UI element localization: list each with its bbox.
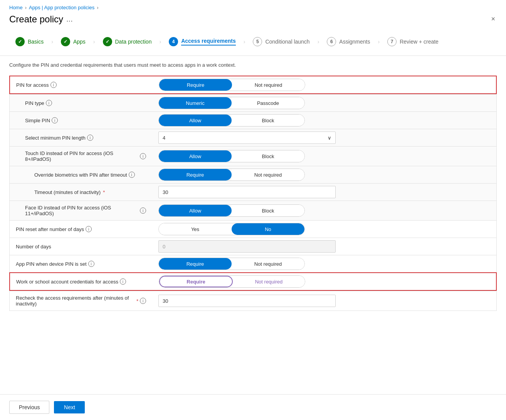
step-data-protection[interactable]: ✓ Data protection	[97, 34, 158, 49]
step-apps-circle: ✓	[61, 37, 70, 46]
step-access-label: Access requirements	[181, 38, 236, 46]
pin-reset-no-btn[interactable]: No	[232, 223, 304, 235]
pin-type-label-cell: PIN type i	[10, 96, 152, 110]
setting-pin-for-access: PIN for access i Require Not required	[9, 76, 497, 94]
breadcrumb-sep1: ›	[25, 5, 27, 10]
min-pin-length-label-cell: Select minimum PIN length i	[10, 131, 152, 145]
pin-for-access-info-icon[interactable]: i	[50, 82, 57, 88]
pin-type-control: Numeric Passcode	[152, 94, 496, 111]
timeout-control	[152, 184, 496, 201]
touch-id-control: Allow Block	[152, 148, 496, 165]
description-text: Configure the PIN and credential require…	[9, 62, 497, 68]
override-biometrics-info-icon[interactable]: i	[129, 172, 135, 178]
work-school-require-btn[interactable]: Require	[159, 276, 233, 287]
breadcrumb-apps[interactable]: Apps | App protection policies	[29, 5, 94, 10]
touch-id-allow-btn[interactable]: Allow	[159, 150, 232, 162]
touch-id-info-icon[interactable]: i	[140, 153, 146, 159]
app-pin-device-not-required-btn[interactable]: Not required	[232, 258, 304, 270]
app-pin-device-control: Require Not required	[152, 255, 496, 272]
step-sep-6: ›	[376, 39, 381, 45]
recheck-access-label: Recheck the access requirements after (m…	[16, 295, 134, 307]
app-pin-device-require-btn[interactable]: Require	[159, 258, 232, 270]
step-assignments[interactable]: 6 Assignments	[321, 34, 376, 49]
touch-id-label-cell: Touch ID instead of PIN for access (iOS …	[10, 147, 152, 166]
face-id-toggle: Allow Block	[158, 204, 305, 217]
timeout-required-star: *	[103, 189, 105, 195]
pin-reset-control: Yes No	[152, 221, 496, 238]
dropdown-chevron-icon: ∨	[328, 135, 331, 141]
step-assignments-circle: 6	[327, 37, 336, 46]
breadcrumb-sep2: ›	[97, 5, 98, 10]
recheck-access-input[interactable]	[158, 295, 336, 307]
pin-reset-yes-btn[interactable]: Yes	[159, 223, 232, 235]
pin-for-access-require-btn[interactable]: Require	[159, 79, 232, 91]
simple-pin-toggle: Allow Block	[158, 114, 305, 127]
step-conditional-launch[interactable]: 5 Conditional launch	[247, 34, 316, 49]
step-sep-4: ›	[242, 39, 247, 45]
override-biometrics-label-cell: Override biometrics with PIN after timeo…	[10, 168, 152, 182]
step-basics[interactable]: ✓ Basics	[9, 34, 50, 49]
step-sep-5: ›	[316, 39, 321, 45]
setting-app-pin-device-pin: App PIN when device PIN is set i Require…	[9, 255, 497, 272]
pin-type-numeric-btn[interactable]: Numeric	[159, 97, 232, 109]
recheck-access-info-icon[interactable]: i	[140, 298, 146, 304]
pin-for-access-control: Require Not required	[153, 76, 496, 93]
step-basics-circle: ✓	[15, 37, 25, 46]
touch-id-block-btn[interactable]: Block	[232, 150, 304, 162]
min-pin-length-info-icon[interactable]: i	[87, 135, 93, 141]
work-school-toggle: Require Not required	[159, 275, 305, 288]
min-pin-length-dropdown[interactable]: 4 ∨	[158, 132, 336, 144]
step-review-circle: 7	[387, 37, 397, 46]
breadcrumb: Home › Apps | App protection policies ›	[0, 0, 506, 12]
face-id-allow-btn[interactable]: Allow	[159, 205, 232, 216]
setting-recheck-access: Recheck the access requirements after (m…	[9, 291, 497, 311]
step-sep-1: ›	[50, 39, 55, 45]
pin-type-passcode-btn[interactable]: Passcode	[232, 97, 304, 109]
pin-type-info-icon[interactable]: i	[46, 100, 52, 106]
next-button[interactable]: Next	[54, 401, 85, 413]
simple-pin-info-icon[interactable]: i	[52, 117, 58, 123]
pin-reset-info-icon[interactable]: i	[86, 226, 92, 232]
timeout-input[interactable]	[158, 186, 336, 198]
app-pin-device-info-icon[interactable]: i	[88, 261, 94, 267]
pin-for-access-not-required-btn[interactable]: Not required	[232, 79, 305, 91]
simple-pin-label-cell: Simple PIN i	[10, 113, 152, 127]
step-sep-3: ›	[158, 39, 163, 45]
setting-touch-id: Touch ID instead of PIN for access (iOS …	[9, 146, 497, 166]
step-data-protection-label: Data protection	[115, 39, 152, 45]
wizard-steps: ✓ Basics › ✓ Apps › ✓ Data protection › …	[0, 31, 506, 56]
timeout-label-cell: Timeout (minutes of inactivity) *	[10, 186, 152, 199]
min-pin-length-label: Select minimum PIN length	[25, 135, 86, 141]
work-school-info-icon[interactable]: i	[120, 278, 126, 285]
pin-reset-toggle: Yes No	[158, 223, 305, 235]
timeout-label: Timeout (minutes of inactivity)	[34, 189, 101, 195]
close-button[interactable]: ×	[489, 13, 497, 25]
step-access-requirements[interactable]: 4 Access requirements	[163, 34, 242, 49]
override-biometrics-not-required-btn[interactable]: Not required	[232, 169, 304, 180]
face-id-info-icon[interactable]: i	[140, 207, 146, 214]
step-review-create[interactable]: 7 Review + create	[381, 34, 445, 49]
recheck-access-control	[152, 292, 496, 309]
app-pin-device-label-cell: App PIN when device PIN is set i	[10, 257, 152, 271]
override-biometrics-require-btn[interactable]: Require	[159, 169, 232, 180]
pin-for-access-label: PIN for access	[16, 82, 49, 88]
breadcrumb-home[interactable]: Home	[9, 5, 23, 10]
work-school-not-required-btn[interactable]: Not required	[233, 276, 305, 287]
simple-pin-allow-btn[interactable]: Allow	[159, 115, 232, 126]
settings-list: PIN for access i Require Not required PI…	[9, 76, 497, 311]
simple-pin-label: Simple PIN	[25, 118, 50, 123]
step-apps[interactable]: ✓ Apps	[55, 34, 92, 49]
work-school-label-cell: Work or school account credentials for a…	[10, 275, 153, 288]
simple-pin-block-btn[interactable]: Block	[232, 115, 304, 126]
setting-pin-type: PIN type i Numeric Passcode	[9, 94, 497, 111]
face-id-block-btn[interactable]: Block	[232, 205, 304, 216]
page-title-text: Create policy	[9, 14, 63, 25]
number-of-days-input[interactable]	[158, 240, 336, 253]
face-id-control: Allow Block	[152, 202, 496, 219]
footer: Previous Next	[0, 394, 506, 420]
previous-button[interactable]: Previous	[9, 401, 49, 414]
setting-face-id: Face ID instead of PIN for access (iOS 1…	[9, 201, 497, 220]
setting-simple-pin: Simple PIN i Allow Block	[9, 111, 497, 129]
step-assignments-label: Assignments	[339, 39, 370, 45]
number-of-days-label-cell: Number of days	[10, 240, 152, 253]
